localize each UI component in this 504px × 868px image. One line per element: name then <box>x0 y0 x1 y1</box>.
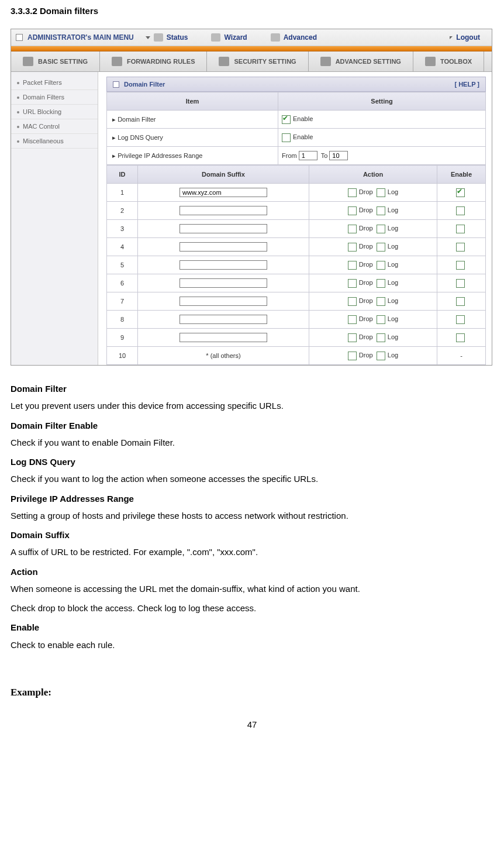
col-id: ID <box>107 166 138 184</box>
wizard-icon <box>211 33 220 42</box>
menu-advanced[interactable]: Advanced <box>259 29 329 46</box>
suffix-input[interactable] <box>179 278 267 288</box>
rule-id: 8 <box>107 311 138 329</box>
enable-checkbox[interactable] <box>456 243 465 252</box>
config-panel: Domain Filter [ HELP ] Item Setting ▸ Do… <box>98 72 492 365</box>
tab-forwarding-rules[interactable]: FORWARDING RULES <box>100 51 208 71</box>
table-row: 4Drop Log <box>107 238 486 256</box>
doc-h1: Domain Filter <box>11 382 493 395</box>
enable-checkbox[interactable] <box>456 315 465 324</box>
domain-filter-checkbox[interactable] <box>282 115 291 124</box>
suffix-input[interactable] <box>179 315 267 324</box>
rule-id: 10 <box>107 347 138 365</box>
enable-checkbox[interactable] <box>456 188 465 197</box>
log-checkbox[interactable] <box>377 315 385 324</box>
drop-checkbox[interactable] <box>348 297 357 306</box>
drop-checkbox[interactable] <box>348 279 357 288</box>
suffix-input[interactable] <box>179 224 267 233</box>
drop-checkbox[interactable] <box>348 315 357 324</box>
drop-checkbox[interactable] <box>348 333 357 342</box>
tab-toolbox[interactable]: TOOLBOX <box>413 51 484 71</box>
log-checkbox[interactable] <box>377 188 385 197</box>
log-checkbox[interactable] <box>377 333 385 342</box>
drop-label: Drop <box>359 188 373 195</box>
table-row: 7Drop Log <box>107 292 486 311</box>
doc-h7: Enable <box>11 621 493 634</box>
drop-checkbox[interactable] <box>348 261 357 270</box>
sidebar-item-miscellaneous[interactable]: Miscellaneous <box>11 134 98 149</box>
rule-enable-na: - <box>437 347 486 365</box>
tab-bar: BASIC SETTING FORWARDING RULES SECURITY … <box>11 51 492 72</box>
help-link[interactable]: [ HELP ] <box>454 81 479 88</box>
drop-checkbox[interactable] <box>348 352 357 360</box>
enable-checkbox[interactable] <box>456 333 465 342</box>
rules-table: ID Domain Suffix Action Enable 1Drop Log… <box>106 165 486 365</box>
log-label: Log <box>388 333 398 340</box>
panel-title: Domain Filter <box>124 81 165 88</box>
log-checkbox[interactable] <box>377 261 385 270</box>
to-label: To <box>321 152 328 159</box>
col-item: Item <box>107 92 278 111</box>
drop-checkbox[interactable] <box>348 243 357 252</box>
enable-checkbox[interactable] <box>456 279 465 288</box>
from-input[interactable] <box>299 151 317 160</box>
menu-status[interactable]: Status <box>134 29 200 46</box>
doc-p2: Check if you want to enable Domain Filte… <box>11 436 493 449</box>
enable-checkbox[interactable] <box>456 261 465 270</box>
suffix-input[interactable] <box>179 206 267 215</box>
menu-logout[interactable]: Logout <box>438 29 492 46</box>
tab-security-setting[interactable]: SECURITY SETTING <box>207 51 308 71</box>
doc-h2: Domain Filter Enable <box>11 419 493 432</box>
suffix-input[interactable] <box>179 188 267 197</box>
suffix-input[interactable] <box>179 260 267 270</box>
drop-label: Drop <box>359 333 373 340</box>
from-label: From <box>282 152 297 159</box>
enable-checkbox[interactable] <box>456 225 465 233</box>
log-checkbox[interactable] <box>377 225 385 233</box>
enable-label: Enable <box>293 133 313 140</box>
drop-label: Drop <box>359 225 373 232</box>
bullet-icon <box>17 97 19 99</box>
section-heading: 3.3.3.2 Domain filters <box>11 6 493 16</box>
sidebar-item-mac-control[interactable]: MAC Control <box>11 119 98 134</box>
suffix-input[interactable] <box>179 333 267 342</box>
enable-checkbox[interactable] <box>456 206 465 215</box>
router-ui-screenshot: ADMINISTRATOR's MAIN MENU Status Wizard … <box>11 29 492 366</box>
drop-label: Drop <box>359 243 373 250</box>
drop-checkbox[interactable] <box>348 206 357 215</box>
log-checkbox[interactable] <box>377 243 385 252</box>
log-label: Log <box>388 225 398 232</box>
suffix-input[interactable] <box>179 297 267 306</box>
doc-h3: Log DNS Query <box>11 455 493 469</box>
sidebar-label: URL Blocking <box>23 108 61 115</box>
log-dns-checkbox[interactable] <box>282 133 291 142</box>
rule-id: 7 <box>107 292 138 311</box>
chevron-down-icon <box>146 36 150 39</box>
drop-label: Drop <box>359 297 373 304</box>
sidebar-item-url-blocking[interactable]: URL Blocking <box>11 105 98 119</box>
drop-checkbox[interactable] <box>348 188 357 197</box>
bullet-icon <box>17 111 19 113</box>
tab-icon <box>425 57 436 66</box>
enable-checkbox[interactable] <box>456 297 465 306</box>
row-domain-filter: ▸ Domain Filter <box>107 111 278 129</box>
divider-bar <box>11 46 492 51</box>
drop-checkbox[interactable] <box>348 225 357 233</box>
to-input[interactable] <box>329 151 348 160</box>
tab-advanced-setting[interactable]: ADVANCED SETTING <box>309 51 413 71</box>
drop-label: Drop <box>359 206 373 213</box>
tab-basic-setting[interactable]: BASIC SETTING <box>11 51 100 71</box>
tab-icon <box>219 57 229 66</box>
log-checkbox[interactable] <box>377 206 385 215</box>
menu-wizard[interactable]: Wizard <box>199 29 258 46</box>
sidebar-item-packet-filters[interactable]: Packet Filters <box>11 75 98 90</box>
log-checkbox[interactable] <box>377 352 385 360</box>
log-checkbox[interactable] <box>377 279 385 288</box>
tab-icon <box>23 57 33 66</box>
log-checkbox[interactable] <box>377 297 385 306</box>
suffix-input[interactable] <box>179 242 267 252</box>
sidebar-label: Domain Filters <box>23 94 64 101</box>
row-label: Privilege IP Addresses Range <box>118 152 202 159</box>
drop-label: Drop <box>359 261 373 268</box>
sidebar-item-domain-filters[interactable]: Domain Filters <box>11 90 98 105</box>
